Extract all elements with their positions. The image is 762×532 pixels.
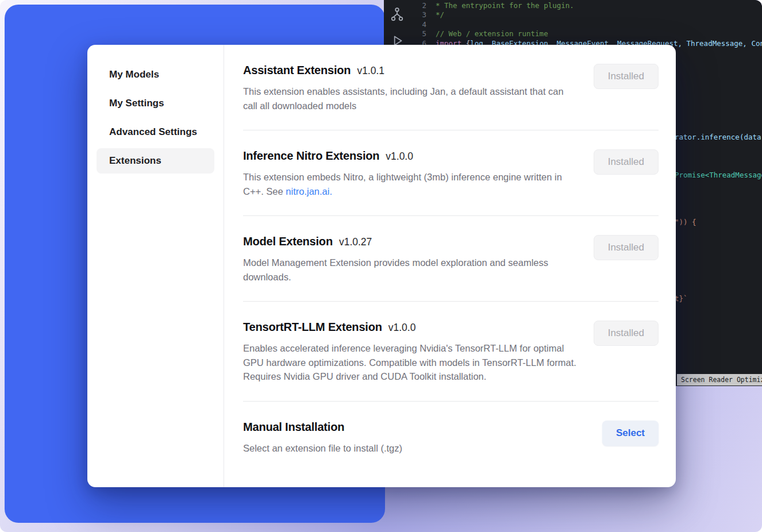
extension-info: Model Extension v1.0.27 Model Management… <box>243 235 579 284</box>
installed-button[interactable]: Installed <box>594 235 659 260</box>
extension-title: Inference Nitro Extension <box>243 149 379 163</box>
code-area: 2* The entrypoint for the plugin. 3*/ 4 … <box>414 1 762 48</box>
sidebar-item-my-settings[interactable]: My Settings <box>97 91 214 116</box>
extension-version: v1.0.1 <box>357 65 384 77</box>
extension-row-model: Model Extension v1.0.27 Model Management… <box>243 216 659 302</box>
settings-modal: My Models My Settings Advanced Settings … <box>87 45 676 487</box>
installed-button[interactable]: Installed <box>594 149 659 175</box>
code-text: */ <box>436 10 444 19</box>
line-number: 2 <box>414 1 426 10</box>
code-line: 5// Web / extension runtime <box>414 29 762 38</box>
code-line: 2* The entrypoint for the plugin. <box>414 1 762 10</box>
extension-version: v1.0.27 <box>339 236 372 248</box>
code-line: 3*/ <box>414 10 762 20</box>
sidebar-item-advanced-settings[interactable]: Advanced Settings <box>97 119 214 145</box>
manual-installation-info: Manual Installation Select an extension … <box>243 421 402 456</box>
extension-title: Assistant Extension <box>243 64 351 77</box>
extension-title: TensortRT-LLM Extension <box>243 321 382 334</box>
installed-button[interactable]: Installed <box>594 321 659 346</box>
extension-version: v1.0.0 <box>386 151 413 163</box>
extension-description: Model Management Extension provides mode… <box>243 256 579 284</box>
extension-row-assistant: Assistant Extension v1.0.1 This extensio… <box>243 45 659 130</box>
sidebar-item-my-models[interactable]: My Models <box>97 62 214 87</box>
status-item-screen-reader[interactable]: Screen Reader Optimized <box>677 374 762 385</box>
sidebar-item-extensions[interactable]: Extensions <box>97 148 214 174</box>
extension-version: v1.0.0 <box>388 322 416 334</box>
code-line: 4 <box>414 20 762 29</box>
extension-info: Assistant Extension v1.0.1 This extensio… <box>243 64 579 113</box>
git-fork-icon[interactable] <box>390 7 405 22</box>
extension-row-inference-nitro: Inference Nitro Extension v1.0.0 This ex… <box>243 130 659 216</box>
extension-description: This extension enables assistants, inclu… <box>243 84 579 113</box>
settings-sidebar: My Models My Settings Advanced Settings … <box>87 45 224 487</box>
line-number: 5 <box>414 29 426 38</box>
manual-installation-title: Manual Installation <box>243 421 344 434</box>
select-file-button[interactable]: Select <box>602 421 659 446</box>
extension-description: Enables accelerated inference leveraging… <box>243 341 579 384</box>
screenshot-root: 2* The entrypoint for the plugin. 3*/ 4 … <box>0 0 762 532</box>
manual-installation-row: Manual Installation Select an extension … <box>243 402 659 473</box>
extension-row-tensorrt-llm: TensortRT-LLM Extension v1.0.0 Enables a… <box>243 302 659 402</box>
code-fragment: ")) { <box>675 218 696 226</box>
code-fragment: rator.inference(data)); <box>675 133 762 141</box>
editor-status-bar: go Screen Reader Optimized <box>662 373 762 386</box>
code-fragment: t}` <box>675 294 688 303</box>
line-number: 3 <box>414 10 426 20</box>
nitro-jan-ai-link[interactable]: nitro.jan.ai. <box>286 186 332 196</box>
manual-installation-description: Select an extension file to install (.tg… <box>243 441 402 456</box>
code-text: // Web / extension runtime <box>436 29 548 38</box>
code-fragment: Promise<ThreadMessage> <box>675 171 762 179</box>
line-number: 4 <box>414 20 426 29</box>
extension-title: Model Extension <box>243 235 333 248</box>
extension-description: This extension embeds Nitro, a lightweig… <box>243 170 579 198</box>
extension-info: TensortRT-LLM Extension v1.0.0 Enables a… <box>243 321 579 384</box>
code-text: * The entrypoint for the plugin. <box>436 1 574 10</box>
extensions-panel: Assistant Extension v1.0.1 This extensio… <box>224 45 676 487</box>
installed-button[interactable]: Installed <box>594 64 659 89</box>
extension-info: Inference Nitro Extension v1.0.0 This ex… <box>243 149 579 198</box>
